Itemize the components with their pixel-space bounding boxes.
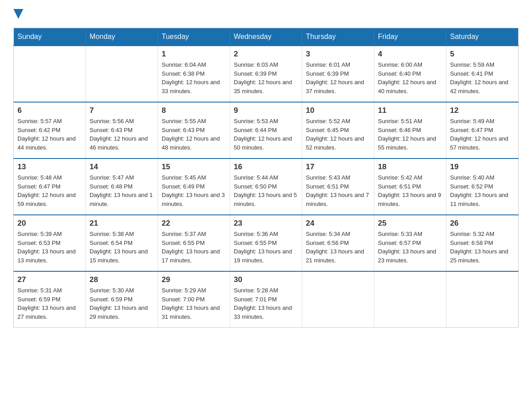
day-info: Sunrise: 5:59 AMSunset: 6:41 PMDaylight:…: [450, 60, 515, 95]
day-info: Sunrise: 5:56 AMSunset: 6:43 PMDaylight:…: [90, 117, 154, 152]
weekday-header-thursday: Thursday: [302, 28, 374, 46]
logo-triangle-icon: [13, 9, 23, 19]
day-info: Sunrise: 5:51 AMSunset: 6:46 PMDaylight:…: [378, 117, 442, 152]
day-number: 4: [378, 50, 442, 59]
weekday-header-tuesday: Tuesday: [158, 28, 230, 46]
svg-marker-0: [13, 9, 23, 19]
calendar-cell: [374, 271, 446, 328]
day-number: 1: [162, 50, 226, 59]
calendar-cell: 24Sunrise: 5:34 AMSunset: 6:56 PMDayligh…: [302, 215, 374, 271]
week-row-2: 6Sunrise: 5:57 AMSunset: 6:42 PMDaylight…: [14, 102, 519, 158]
day-info: Sunrise: 5:29 AMSunset: 7:00 PMDaylight:…: [162, 286, 226, 321]
day-number: 14: [90, 163, 154, 171]
day-number: 21: [90, 219, 154, 228]
day-number: 10: [306, 106, 370, 115]
day-number: 30: [234, 275, 298, 284]
calendar-body: 1Sunrise: 6:04 AMSunset: 6:38 PMDaylight…: [14, 46, 519, 328]
day-number: 24: [306, 219, 370, 228]
day-info: Sunrise: 6:03 AMSunset: 6:39 PMDaylight:…: [234, 60, 298, 95]
day-info: Sunrise: 5:38 AMSunset: 6:54 PMDaylight:…: [90, 230, 154, 265]
day-info: Sunrise: 5:32 AMSunset: 6:58 PMDaylight:…: [450, 230, 515, 265]
day-info: Sunrise: 5:37 AMSunset: 6:55 PMDaylight:…: [162, 230, 226, 265]
calendar-cell: 10Sunrise: 5:52 AMSunset: 6:45 PMDayligh…: [302, 102, 374, 158]
day-info: Sunrise: 5:42 AMSunset: 6:51 PMDaylight:…: [378, 173, 442, 208]
day-info: Sunrise: 5:36 AMSunset: 6:55 PMDaylight:…: [234, 230, 298, 265]
weekday-header-row: SundayMondayTuesdayWednesdayThursdayFrid…: [14, 28, 519, 46]
day-number: 5: [450, 50, 515, 59]
calendar-cell: 18Sunrise: 5:42 AMSunset: 6:51 PMDayligh…: [374, 158, 446, 215]
day-number: 28: [90, 275, 154, 284]
day-number: 16: [234, 163, 298, 171]
day-number: 22: [162, 219, 226, 228]
weekday-header-friday: Friday: [374, 28, 446, 46]
calendar-cell: 8Sunrise: 5:55 AMSunset: 6:43 PMDaylight…: [158, 102, 230, 158]
calendar-cell: 5Sunrise: 5:59 AMSunset: 6:41 PMDaylight…: [446, 46, 519, 102]
calendar-cell: 9Sunrise: 5:53 AMSunset: 6:44 PMDaylight…: [230, 102, 302, 158]
calendar-cell: 29Sunrise: 5:29 AMSunset: 7:00 PMDayligh…: [158, 271, 230, 328]
day-info: Sunrise: 5:48 AMSunset: 6:47 PMDaylight:…: [17, 173, 82, 208]
day-info: Sunrise: 5:33 AMSunset: 6:57 PMDaylight:…: [378, 230, 442, 265]
calendar-cell: 12Sunrise: 5:49 AMSunset: 6:47 PMDayligh…: [446, 102, 519, 158]
day-info: Sunrise: 5:52 AMSunset: 6:45 PMDaylight:…: [306, 117, 370, 152]
calendar-cell: 14Sunrise: 5:47 AMSunset: 6:48 PMDayligh…: [86, 158, 158, 215]
calendar-cell: 22Sunrise: 5:37 AMSunset: 6:55 PMDayligh…: [158, 215, 230, 271]
day-info: Sunrise: 5:47 AMSunset: 6:48 PMDaylight:…: [90, 173, 154, 208]
day-info: Sunrise: 5:45 AMSunset: 6:49 PMDaylight:…: [162, 173, 226, 208]
day-info: Sunrise: 5:40 AMSunset: 6:52 PMDaylight:…: [450, 173, 515, 208]
day-info: Sunrise: 5:49 AMSunset: 6:47 PMDaylight:…: [450, 117, 515, 152]
calendar-cell: 30Sunrise: 5:28 AMSunset: 7:01 PMDayligh…: [230, 271, 302, 328]
day-number: 17: [306, 163, 370, 171]
day-number: 9: [234, 106, 298, 115]
calendar-cell: [446, 271, 519, 328]
day-number: 6: [17, 106, 82, 115]
logo: [13, 9, 23, 19]
day-info: Sunrise: 6:04 AMSunset: 6:38 PMDaylight:…: [162, 60, 226, 95]
page-header: [13, 9, 519, 19]
calendar-cell: [14, 46, 86, 102]
week-row-3: 13Sunrise: 5:48 AMSunset: 6:47 PMDayligh…: [14, 158, 519, 215]
calendar-cell: 13Sunrise: 5:48 AMSunset: 6:47 PMDayligh…: [14, 158, 86, 215]
calendar-cell: 7Sunrise: 5:56 AMSunset: 6:43 PMDaylight…: [86, 102, 158, 158]
calendar-cell: 1Sunrise: 6:04 AMSunset: 6:38 PMDaylight…: [158, 46, 230, 102]
day-info: Sunrise: 5:28 AMSunset: 7:01 PMDaylight:…: [234, 286, 298, 321]
calendar-cell: 16Sunrise: 5:44 AMSunset: 6:50 PMDayligh…: [230, 158, 302, 215]
calendar-cell: 25Sunrise: 5:33 AMSunset: 6:57 PMDayligh…: [374, 215, 446, 271]
calendar-cell: 11Sunrise: 5:51 AMSunset: 6:46 PMDayligh…: [374, 102, 446, 158]
day-info: Sunrise: 5:44 AMSunset: 6:50 PMDaylight:…: [234, 173, 298, 208]
day-info: Sunrise: 5:30 AMSunset: 6:59 PMDaylight:…: [90, 286, 154, 321]
calendar-cell: 28Sunrise: 5:30 AMSunset: 6:59 PMDayligh…: [86, 271, 158, 328]
calendar-cell: [302, 271, 374, 328]
day-info: Sunrise: 5:39 AMSunset: 6:53 PMDaylight:…: [17, 230, 82, 265]
day-info: Sunrise: 5:53 AMSunset: 6:44 PMDaylight:…: [234, 117, 298, 152]
day-number: 13: [17, 163, 82, 171]
day-number: 18: [378, 163, 442, 171]
day-info: Sunrise: 5:43 AMSunset: 6:51 PMDaylight:…: [306, 173, 370, 208]
calendar-cell: 20Sunrise: 5:39 AMSunset: 6:53 PMDayligh…: [14, 215, 86, 271]
week-row-5: 27Sunrise: 5:31 AMSunset: 6:59 PMDayligh…: [14, 271, 519, 328]
weekday-header-saturday: Saturday: [446, 28, 519, 46]
day-number: 23: [234, 219, 298, 228]
calendar-cell: 19Sunrise: 5:40 AMSunset: 6:52 PMDayligh…: [446, 158, 519, 215]
calendar-cell: 27Sunrise: 5:31 AMSunset: 6:59 PMDayligh…: [14, 271, 86, 328]
calendar-cell: [86, 46, 158, 102]
day-number: 3: [306, 50, 370, 59]
calendar-cell: 6Sunrise: 5:57 AMSunset: 6:42 PMDaylight…: [14, 102, 86, 158]
week-row-1: 1Sunrise: 6:04 AMSunset: 6:38 PMDaylight…: [14, 46, 519, 102]
day-number: 19: [450, 163, 515, 171]
day-number: 11: [378, 106, 442, 115]
calendar-header: SundayMondayTuesdayWednesdayThursdayFrid…: [14, 28, 519, 46]
weekday-header-monday: Monday: [86, 28, 158, 46]
calendar-cell: 17Sunrise: 5:43 AMSunset: 6:51 PMDayligh…: [302, 158, 374, 215]
day-info: Sunrise: 5:57 AMSunset: 6:42 PMDaylight:…: [17, 117, 82, 152]
weekday-header-wednesday: Wednesday: [230, 28, 302, 46]
calendar-cell: 4Sunrise: 6:00 AMSunset: 6:40 PMDaylight…: [374, 46, 446, 102]
day-number: 2: [234, 50, 298, 59]
calendar-cell: 2Sunrise: 6:03 AMSunset: 6:39 PMDaylight…: [230, 46, 302, 102]
calendar-cell: 26Sunrise: 5:32 AMSunset: 6:58 PMDayligh…: [446, 215, 519, 271]
day-number: 12: [450, 106, 515, 115]
calendar-cell: 21Sunrise: 5:38 AMSunset: 6:54 PMDayligh…: [86, 215, 158, 271]
day-info: Sunrise: 6:00 AMSunset: 6:40 PMDaylight:…: [378, 60, 442, 95]
day-info: Sunrise: 5:55 AMSunset: 6:43 PMDaylight:…: [162, 117, 226, 152]
calendar-cell: 3Sunrise: 6:01 AMSunset: 6:39 PMDaylight…: [302, 46, 374, 102]
day-number: 8: [162, 106, 226, 115]
